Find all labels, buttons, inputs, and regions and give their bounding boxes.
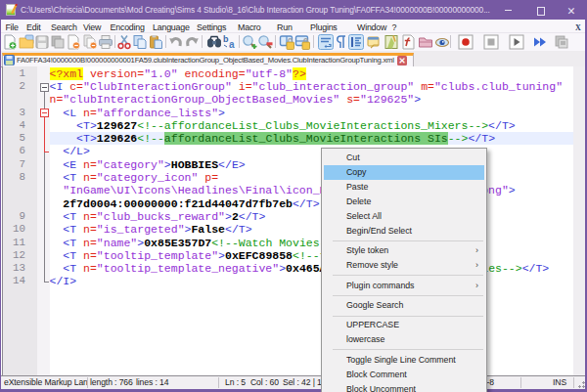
svg-text:a: a (229, 39, 235, 50)
